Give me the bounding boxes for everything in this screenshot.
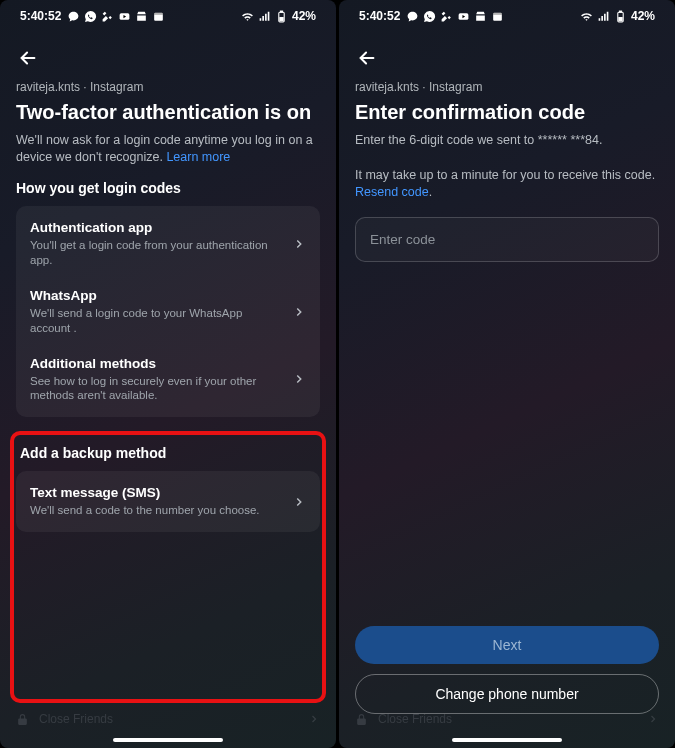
- learn-more-link[interactable]: Learn more: [166, 150, 230, 164]
- row-subtitle: See how to log in securely even if your …: [30, 374, 282, 404]
- battery-pct: 42%: [292, 9, 316, 23]
- chevron-right-icon: [292, 305, 306, 319]
- svg-rect-2: [155, 12, 164, 14]
- phone-screen-confirm: 5:40:52 42% raviteja.knts · Instagram En…: [339, 0, 675, 748]
- back-button[interactable]: [16, 46, 40, 70]
- row-sms[interactable]: Text message (SMS) We'll send a code to …: [16, 475, 320, 528]
- svg-rect-10: [619, 17, 622, 20]
- row-whatsapp[interactable]: WhatsApp We'll send a login code to your…: [16, 278, 320, 346]
- page-title: Enter confirmation code: [355, 100, 659, 124]
- chat-icon: [67, 10, 80, 23]
- store-icon: [135, 10, 148, 23]
- home-indicator[interactable]: [113, 738, 223, 742]
- battery-icon: [275, 10, 288, 23]
- signal-icon: [597, 10, 610, 23]
- svg-rect-11: [619, 11, 621, 12]
- svg-rect-8: [494, 12, 503, 14]
- row-title: WhatsApp: [30, 288, 282, 303]
- next-button[interactable]: Next: [355, 626, 659, 664]
- resend-text: It may take up to a minute for you to re…: [355, 167, 659, 201]
- back-button[interactable]: [355, 46, 379, 70]
- tools-icon: [440, 10, 453, 23]
- svg-rect-4: [280, 17, 283, 20]
- calendar-icon: [152, 10, 165, 23]
- change-phone-button[interactable]: Change phone number: [355, 674, 659, 714]
- row-subtitle: We'll send a code to the number you choo…: [30, 503, 282, 518]
- wifi-icon: [241, 10, 254, 23]
- tools-icon: [101, 10, 114, 23]
- section-header-login-codes: How you get login codes: [16, 180, 320, 196]
- login-codes-card: Authentication app You'll get a login co…: [16, 206, 320, 418]
- signal-icon: [258, 10, 271, 23]
- breadcrumb: raviteja.knts · Instagram: [355, 80, 659, 94]
- breadcrumb: raviteja.knts · Instagram: [16, 80, 320, 94]
- home-indicator[interactable]: [452, 738, 562, 742]
- phone-screen-2fa: 5:40:52 42% raviteja.knts · Instagram Tw…: [0, 0, 336, 748]
- row-title: Authentication app: [30, 220, 282, 235]
- row-title: Text message (SMS): [30, 485, 282, 500]
- store-icon: [474, 10, 487, 23]
- chat-icon: [406, 10, 419, 23]
- status-time: 5:40:52: [359, 9, 400, 23]
- status-bar: 5:40:52 42%: [0, 0, 336, 32]
- bg-label: Close Friends: [378, 712, 452, 726]
- youtube-icon: [457, 10, 470, 23]
- calendar-icon: [491, 10, 504, 23]
- battery-pct: 42%: [631, 9, 655, 23]
- backup-method-highlight: Add a backup method Text message (SMS) W…: [10, 431, 326, 703]
- backup-card: Text message (SMS) We'll send a code to …: [16, 471, 320, 532]
- row-additional-methods[interactable]: Additional methods See how to log in sec…: [16, 346, 320, 414]
- background-row: Close Friends: [355, 712, 659, 726]
- whatsapp-icon: [84, 10, 97, 23]
- row-title: Additional methods: [30, 356, 282, 371]
- row-subtitle: You'll get a login code from your authen…: [30, 238, 282, 268]
- code-input[interactable]: [355, 217, 659, 262]
- chevron-right-icon: [292, 237, 306, 251]
- status-time: 5:40:52: [20, 9, 61, 23]
- battery-icon: [614, 10, 627, 23]
- svg-rect-5: [280, 11, 282, 12]
- page-title: Two-factor authentication is on: [16, 100, 320, 124]
- chevron-right-icon: [292, 495, 306, 509]
- chevron-right-icon: [292, 372, 306, 386]
- row-auth-app[interactable]: Authentication app You'll get a login co…: [16, 210, 320, 278]
- wifi-icon: [580, 10, 593, 23]
- chevron-right-icon: [308, 713, 320, 725]
- row-subtitle: We'll send a login code to your WhatsApp…: [30, 306, 282, 336]
- chevron-right-icon: [647, 713, 659, 725]
- code-sent-text: Enter the 6-digit code we sent to ******…: [355, 132, 659, 149]
- status-bar: 5:40:52 42%: [339, 0, 675, 32]
- page-subtitle: We'll now ask for a login code anytime y…: [16, 132, 320, 166]
- resend-code-link[interactable]: Resend code: [355, 185, 429, 199]
- section-header-backup: Add a backup method: [16, 445, 320, 461]
- whatsapp-icon: [423, 10, 436, 23]
- background-row: Close Friends: [16, 712, 320, 726]
- youtube-icon: [118, 10, 131, 23]
- lock-icon: [355, 713, 368, 726]
- lock-icon: [16, 713, 29, 726]
- bg-label: Close Friends: [39, 712, 113, 726]
